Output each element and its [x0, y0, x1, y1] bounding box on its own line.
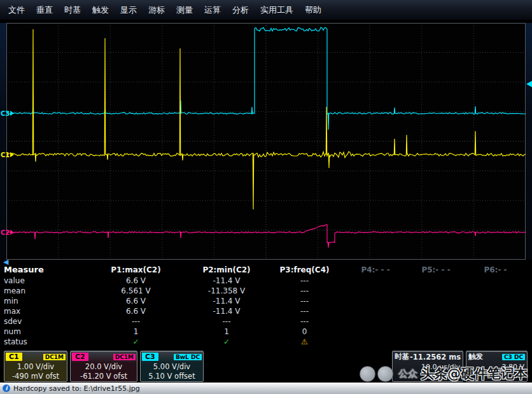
measure-cell-status-p6: [465, 337, 526, 347]
menu-item-4[interactable]: 触发: [87, 2, 115, 18]
menu-item-8[interactable]: 运算: [199, 2, 227, 18]
measure-column-p2[interactable]: P2:min(C2): [188, 264, 265, 276]
measure-row-label-num: num: [4, 327, 83, 337]
menu-item-3[interactable]: 时基: [59, 2, 87, 18]
measure-cell-value-p1: 6.6 V: [83, 276, 188, 286]
scroll-left-icon[interactable]: ◀: [3, 258, 8, 266]
channel-offset-marker-c1[interactable]: C1: [1, 150, 14, 159]
status-ok-icon: ✓: [83, 337, 188, 347]
measure-row-label-sdev: sdev: [4, 316, 83, 327]
coupling-chip: DC1M: [113, 354, 136, 360]
measure-table: MeasureP1:max(C2)P2:min(C2)P3:freq(C4)P4…: [4, 264, 528, 347]
watermark: 公众 头条@硬件笔记本: [360, 365, 528, 383]
measure-cell-sdev-p2: ---: [188, 316, 265, 327]
waveform-trace-c2: [6, 225, 526, 248]
trigger-source-chip: C3 DC: [502, 354, 525, 360]
measure-cell-max-p3: ---: [265, 306, 344, 316]
measure-cell-num-p1: 1: [83, 327, 188, 337]
volts-per-div: 5.00 V/div: [141, 362, 203, 372]
measure-cell-min-p4: [344, 296, 407, 306]
status-ok-icon: ✓: [188, 337, 265, 347]
measure-cell-sdev-p4: [344, 316, 407, 327]
coupling-chip: DC1M: [43, 354, 66, 360]
measure-column-p3[interactable]: P3:freq(C4): [265, 264, 344, 276]
channel-label-chip-c2: C2: [72, 353, 88, 361]
measure-cell-mean-p1: 6.561 V: [83, 286, 188, 296]
measure-cell-value-p5: [407, 276, 465, 286]
coupling-chip: BwL DC: [174, 354, 202, 360]
measure-cell-status-p4: [344, 337, 407, 347]
measure-cell-mean-p4: [344, 286, 407, 296]
measure-cell-max-p6: [465, 306, 526, 316]
menu-item-9[interactable]: 分析: [227, 2, 255, 18]
measure-cell-min-p5: [407, 296, 465, 306]
menu-item-7[interactable]: 测量: [171, 2, 199, 18]
status-bar: i Hardcopy saved to: E:\drive1r55.jpg: [0, 383, 532, 394]
timebase-value: -11.2562 ms: [410, 353, 461, 362]
descriptor-header: C3BwL DC: [141, 351, 203, 362]
channel-label-chip-c3: C3: [142, 353, 158, 361]
watermark-text: 头条@硬件笔记本: [421, 365, 528, 383]
measure-cell-min-p6: [465, 296, 526, 306]
measure-cell-status-p5: [407, 337, 465, 347]
measure-column-p6[interactable]: P6:- -: [465, 264, 526, 276]
measure-cell-num-p6: [465, 327, 526, 337]
channel-descriptor-c2[interactable]: C2DC1M20.0 V/div-61.20 V ofst: [70, 351, 137, 382]
descriptor-header: C2DC1M: [71, 351, 137, 362]
menu-item-11[interactable]: 帮助: [299, 2, 327, 18]
waveform-trace-c3: [6, 27, 526, 130]
channel-label-chip-c1: C1: [6, 353, 22, 361]
measure-cell-num-p3: 0: [265, 327, 344, 337]
measure-column-p5[interactable]: P5:- - -: [407, 264, 465, 276]
trigger-level-marker[interactable]: [526, 81, 532, 87]
watermark-prefix: 公众: [398, 368, 417, 380]
measure-cell-sdev-p1: ---: [83, 316, 188, 327]
measure-cell-mean-p3: ---: [265, 286, 344, 296]
measure-cell-value-p4: [344, 276, 407, 286]
measure-cell-num-p5: [407, 327, 465, 337]
scope-grid: [6, 23, 526, 260]
measure-cell-value-p6: [465, 276, 526, 286]
menu-item-6[interactable]: 游标: [143, 2, 171, 18]
measure-column-p4[interactable]: P4:- - -: [344, 264, 407, 276]
volts-per-div: 1.00 V/div: [4, 362, 67, 372]
info-icon: i: [3, 384, 10, 392]
measure-cell-value-p2: -11.4 V: [188, 276, 265, 286]
menu-item-5[interactable]: 显示: [115, 2, 143, 18]
measure-cell-min-p1: 6.6 V: [83, 296, 188, 306]
channel-offset-marker-c3[interactable]: C3: [1, 109, 14, 118]
right-arrow-icon: [10, 152, 14, 157]
waveform-display: [6, 23, 526, 260]
timebase-label: 时基: [395, 352, 409, 362]
measure-cell-mean-p5: [407, 286, 465, 296]
right-arrow-icon: [10, 111, 14, 116]
channel-descriptor-c1[interactable]: C1DC1M1.00 V/div-490 mV ofst: [4, 351, 67, 382]
measure-cell-sdev-p3: ---: [265, 316, 344, 327]
descriptor-header: C1DC1M: [4, 351, 67, 362]
menu-item-10[interactable]: 实用工具: [255, 2, 299, 18]
channel-offset: -490 mV ofst: [4, 372, 67, 381]
measure-cell-num-p2: 1: [188, 327, 265, 337]
measure-cell-min-p2: -11.4 V: [188, 296, 265, 306]
channel-marker-label: C1: [1, 151, 10, 158]
measure-cell-sdev-p5: [407, 316, 465, 327]
left-rail: [0, 23, 6, 260]
measure-column-p1[interactable]: P1:max(C2): [83, 264, 188, 276]
menu-item-2[interactable]: 垂直: [31, 2, 59, 18]
oscilloscope-screen: 文件垂直时基触发显示游标测量运算分析实用工具帮助 ◀ MeasureP1:max…: [0, 0, 532, 394]
watermark-badge-icon: [377, 366, 393, 382]
measure-cell-max-p4: [344, 306, 407, 316]
measure-row-label-status: status: [4, 337, 83, 347]
channel-marker-label: C2: [1, 229, 10, 236]
channel-offset-marker-c2[interactable]: C2: [1, 228, 14, 237]
measure-cell-mean-p6: [465, 286, 526, 296]
measure-cell-max-p5: [407, 306, 465, 316]
measure-cell-num-p4: [344, 327, 407, 337]
channel-descriptor-c3[interactable]: C3BwL DC5.00 V/div5.10 V offset: [140, 351, 204, 382]
status-message: Hardcopy saved to: E:\drive1r55.jpg: [13, 384, 140, 393]
measure-title: Measure: [4, 264, 83, 276]
measure-cell-sdev-p6: [465, 316, 526, 327]
menu-item-1[interactable]: 文件: [3, 2, 31, 18]
watermark-badge-icon: [360, 366, 375, 382]
status-warning-icon: ⚠: [265, 337, 344, 347]
